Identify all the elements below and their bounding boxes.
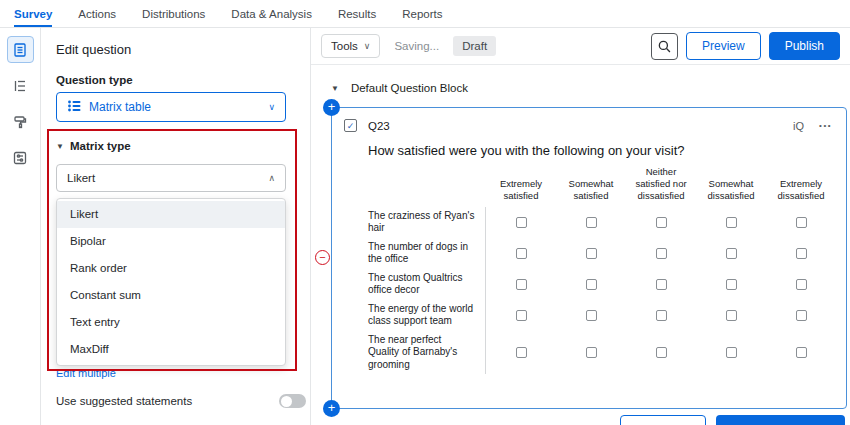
preview-button[interactable]: Preview — [686, 32, 761, 60]
matrix-checkbox[interactable] — [516, 310, 527, 321]
matrix-checkbox[interactable] — [656, 347, 667, 358]
tools-menu-button[interactable]: Tools ∨ — [321, 34, 380, 58]
matrix-type-select[interactable]: Likert ∧ — [56, 164, 286, 192]
tab-results[interactable]: Results — [338, 0, 376, 27]
matrix-table: Extremely satisfied Somewhat satisfied N… — [368, 166, 846, 374]
matrix-checkbox[interactable] — [726, 279, 737, 290]
survey-flow-icon[interactable] — [7, 72, 34, 99]
matrix-checkbox[interactable] — [796, 279, 807, 290]
matrix-checkbox[interactable] — [516, 248, 527, 259]
matrix-checkbox[interactable] — [796, 248, 807, 259]
matrix-checkbox[interactable] — [586, 310, 597, 321]
matrix-checkbox[interactable] — [726, 248, 737, 259]
matrix-checkbox[interactable] — [656, 248, 667, 259]
matrix-checkbox[interactable] — [516, 217, 527, 228]
editor-toolbar: Tools ∨ Saving... Draft Preview Publish — [311, 28, 850, 65]
use-suggested-statements-label: Use suggested statements — [56, 395, 192, 407]
scale-label: Somewhat satisfied — [556, 178, 626, 202]
chevron-up-icon: ∧ — [268, 173, 275, 183]
matrix-checkbox[interactable] — [796, 347, 807, 358]
matrix-checkbox[interactable] — [586, 347, 597, 358]
tools-label: Tools — [331, 40, 358, 52]
matrix-row: The energy of the world class support te… — [368, 300, 846, 331]
remove-question-button[interactable]: − — [315, 250, 330, 265]
matrix-checkbox[interactable] — [656, 279, 667, 290]
look-and-feel-icon[interactable] — [7, 108, 34, 135]
statement-label[interactable]: The near perfect Quality of Barnaby's gr… — [368, 331, 486, 375]
caret-down-icon: ▼ — [56, 142, 64, 151]
matrix-table-icon — [67, 99, 81, 116]
matrix-type-option-maxdiff[interactable]: MaxDiff — [57, 336, 285, 363]
question-menu-button[interactable]: ••• — [819, 121, 832, 130]
matrix-checkbox[interactable] — [516, 279, 527, 290]
matrix-scale-header: Extremely satisfied Somewhat satisfied N… — [368, 166, 846, 207]
block-area: ▼ Default Question Block + + − ✓ Q23 iQ … — [311, 65, 850, 409]
matrix-type-option-likert[interactable]: Likert — [57, 201, 285, 228]
matrix-type-option-constant-sum[interactable]: Constant sum — [57, 282, 285, 309]
matrix-type-option-bipolar[interactable]: Bipolar — [57, 228, 285, 255]
matrix-row: The custom Qualtrics office decor — [368, 269, 846, 300]
edit-question-panel: Edit question Question type Matrix table… — [41, 28, 311, 425]
edit-multiple-link[interactable]: Edit multiple — [56, 367, 116, 379]
scale-label: Somewhat dissatisfied — [696, 178, 766, 202]
use-suggested-statements-row: Use suggested statements — [56, 394, 306, 408]
statement-label[interactable]: The craziness of Ryan's hair — [368, 207, 486, 238]
block-collapse-caret[interactable]: ▼ — [331, 84, 339, 93]
matrix-checkbox[interactable] — [586, 248, 597, 259]
matrix-checkbox[interactable] — [586, 217, 597, 228]
matrix-type-value: Likert — [67, 172, 95, 184]
matrix-row: The number of dogs in the office — [368, 238, 846, 269]
add-question-above-button[interactable]: + — [323, 99, 340, 116]
search-button[interactable] — [651, 33, 678, 60]
matrix-type-option-rank-order[interactable]: Rank order — [57, 255, 285, 282]
question-type-value: Matrix table — [89, 100, 151, 114]
survey-builder-icon[interactable] — [7, 36, 34, 63]
magnifier-icon — [657, 39, 672, 54]
add-question-below-button[interactable]: + — [323, 400, 340, 417]
question-type-label: Question type — [56, 74, 133, 86]
matrix-checkbox[interactable] — [516, 347, 527, 358]
statement-label[interactable]: The number of dogs in the office — [368, 238, 486, 269]
partial-button-solid[interactable] — [716, 415, 845, 425]
icon-rail — [0, 28, 41, 425]
question-text[interactable]: How satisfied were you with the followin… — [368, 143, 832, 158]
question-card[interactable]: + + − ✓ Q23 iQ ••• How satisfied were yo… — [331, 107, 847, 409]
matrix-checkbox[interactable] — [726, 217, 737, 228]
question-tools: iQ ••• — [793, 120, 832, 132]
tab-distributions[interactable]: Distributions — [142, 0, 205, 27]
matrix-type-option-text-entry[interactable]: Text entry — [57, 309, 285, 336]
toolbar-right-group: Preview Publish — [651, 32, 840, 60]
partial-button-outline[interactable] — [620, 415, 706, 425]
question-select-checkbox[interactable]: ✓ — [344, 119, 357, 132]
top-nav: Survey Actions Distributions Data & Anal… — [0, 0, 850, 28]
tab-survey[interactable]: Survey — [14, 0, 52, 27]
matrix-type-label: Matrix type — [70, 140, 131, 152]
survey-options-icon[interactable] — [7, 144, 34, 171]
matrix-checkbox[interactable] — [656, 310, 667, 321]
iq-button[interactable]: iQ — [793, 120, 804, 132]
statement-label[interactable]: The energy of the world class support te… — [368, 300, 486, 331]
question-type-select[interactable]: Matrix table ∨ — [56, 92, 286, 122]
tab-reports[interactable]: Reports — [402, 0, 442, 27]
panel-title: Edit question — [56, 42, 131, 57]
matrix-checkbox[interactable] — [726, 310, 737, 321]
use-suggested-statements-toggle[interactable] — [279, 394, 306, 408]
matrix-checkbox[interactable] — [656, 217, 667, 228]
block-title: Default Question Block — [351, 82, 468, 94]
scale-label: Extremely dissatisfied — [766, 178, 836, 202]
matrix-type-section-toggle[interactable]: ▼ Matrix type — [56, 140, 131, 152]
matrix-checkbox[interactable] — [796, 310, 807, 321]
tab-actions[interactable]: Actions — [78, 0, 116, 27]
tab-data-analysis[interactable]: Data & Analysis — [231, 0, 312, 27]
question-id: Q23 — [368, 120, 390, 132]
toggle-knob — [281, 396, 292, 407]
matrix-checkbox[interactable] — [586, 279, 597, 290]
matrix-type-dropdown: Likert Bipolar Rank order Constant sum T… — [56, 198, 286, 366]
draft-badge: Draft — [453, 36, 496, 56]
publish-button[interactable]: Publish — [769, 32, 840, 60]
matrix-checkbox[interactable] — [796, 217, 807, 228]
qualtrics-survey-editor: Survey Actions Distributions Data & Anal… — [0, 0, 850, 425]
matrix-row: The craziness of Ryan's hair — [368, 207, 846, 238]
statement-label[interactable]: The custom Qualtrics office decor — [368, 269, 486, 300]
matrix-checkbox[interactable] — [726, 347, 737, 358]
